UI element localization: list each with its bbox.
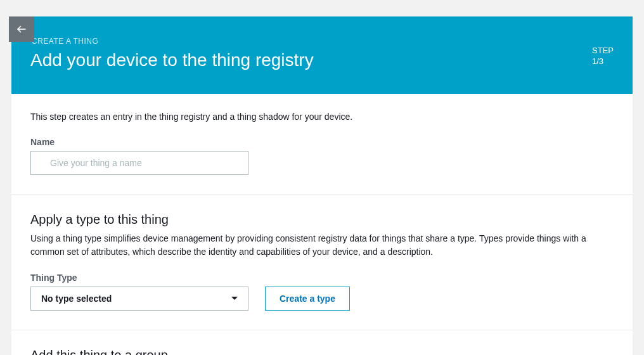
page-title: Add your device to the thing registry (30, 49, 314, 71)
header-banner: CREATE A THING Add your device to the th… (11, 16, 633, 94)
thing-type-label: Thing Type (30, 273, 614, 283)
step-value: 1/3 (592, 56, 614, 67)
thing-type-selected-value: No type selected (41, 294, 112, 304)
thing-type-select[interactable]: No type selected (30, 287, 248, 311)
step-label: STEP (592, 46, 614, 56)
name-label: Name (30, 137, 614, 147)
create-type-button[interactable]: Create a type (265, 287, 350, 311)
group-section: Add this thing to a group (11, 330, 633, 355)
back-button[interactable] (9, 16, 34, 42)
step-indicator: STEP 1/3 (592, 46, 614, 71)
arrow-left-icon (16, 23, 27, 35)
breadcrumb: CREATE A THING (32, 37, 314, 46)
create-type-label: Create a type (280, 294, 335, 304)
thing-name-input[interactable] (30, 151, 248, 175)
chevron-down-icon (231, 297, 238, 300)
group-section-title: Add this thing to a group (30, 348, 614, 355)
intro-text: This step creates an entry in the thing … (30, 112, 614, 122)
type-section-desc: Using a thing type simplifies device man… (30, 232, 614, 259)
type-section-title: Apply a type to this thing (30, 212, 614, 227)
name-section: This step creates an entry in the thing … (11, 94, 633, 195)
type-section: Apply a type to this thing Using a thing… (11, 195, 633, 330)
